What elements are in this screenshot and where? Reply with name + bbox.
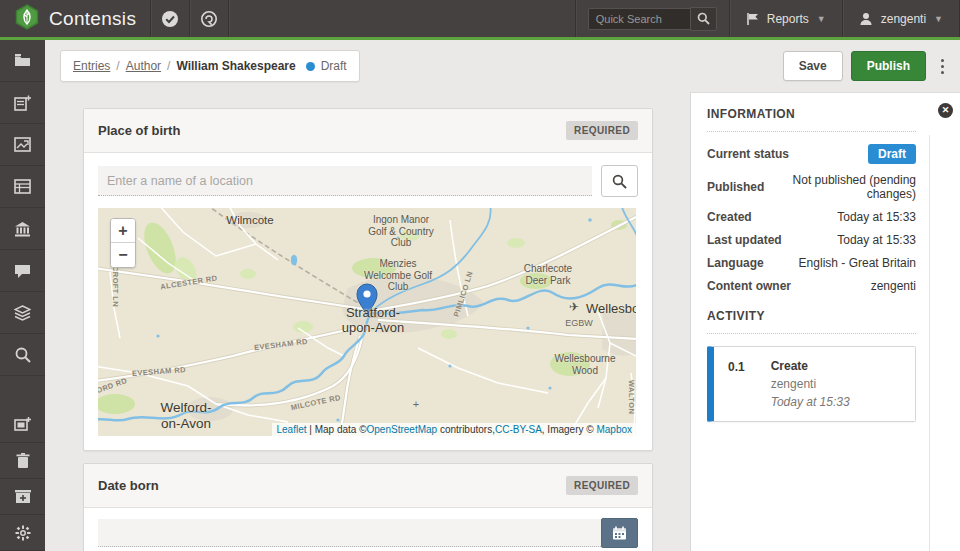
zoom-out-button[interactable]: − bbox=[111, 243, 135, 267]
info-row-published: Published Not published (pending changes… bbox=[707, 173, 916, 201]
info-value: Today at 15:33 bbox=[837, 210, 916, 224]
breadcrumb-author-link[interactable]: Author bbox=[126, 59, 161, 73]
entry-header: Entries / Author / William Shakespeare D… bbox=[45, 40, 960, 92]
brand[interactable]: Contensis bbox=[0, 0, 150, 37]
info-value: zengenti bbox=[871, 279, 916, 293]
save-button[interactable]: Save bbox=[783, 51, 843, 81]
place-of-birth-header: Place of birth REQUIRED bbox=[84, 109, 652, 153]
sidebar-item-search[interactable] bbox=[0, 334, 45, 376]
map-label-wellesbourne: Wellesbou bbox=[586, 302, 636, 317]
info-sidebar-content: INFORMATION Current status Draft Publish… bbox=[691, 93, 960, 422]
activity-time: Today at 15:33 bbox=[771, 395, 850, 409]
sidebar-item-settings[interactable] bbox=[0, 515, 45, 551]
spiral-circle-icon[interactable] bbox=[190, 0, 228, 37]
chevron-down-icon: ▼ bbox=[817, 14, 826, 24]
quick-search bbox=[576, 0, 729, 37]
close-icon[interactable]: ✕ bbox=[938, 103, 953, 118]
chevron-down-icon: ▼ bbox=[934, 14, 943, 24]
map-label-menzies-golf: Menzies Welcombe Golf Club bbox=[364, 258, 432, 293]
map-label-walton: WALTON bbox=[626, 380, 635, 414]
location-search-input[interactable] bbox=[98, 166, 592, 196]
table-icon bbox=[14, 179, 31, 194]
sidebar-item-projects[interactable] bbox=[0, 407, 45, 443]
info-row-content-owner: Content owner zengenti bbox=[707, 279, 916, 293]
topbar-divider bbox=[228, 0, 229, 37]
sidebar-item-archive[interactable] bbox=[0, 479, 45, 515]
attribution-text: contributors, bbox=[437, 424, 495, 435]
sidebar-item-new-content[interactable] bbox=[0, 82, 45, 124]
location-search-row bbox=[98, 165, 638, 197]
leaflet-link[interactable]: Leaflet bbox=[276, 424, 306, 435]
bank-icon bbox=[14, 221, 31, 237]
info-row-created: Created Today at 15:33 bbox=[707, 210, 916, 224]
divider bbox=[707, 333, 916, 334]
map-label-welford: Welford- on-Avon bbox=[161, 400, 212, 431]
sidebar-spacer bbox=[0, 376, 45, 407]
draft-status-badge: Draft bbox=[868, 144, 916, 164]
osm-link[interactable]: OpenStreetMap bbox=[367, 424, 438, 435]
content-region: Entries / Author / William Shakespeare D… bbox=[45, 40, 960, 551]
quick-search-input[interactable] bbox=[588, 8, 690, 30]
activity-details: Create zengenti Today at 15:33 bbox=[771, 359, 850, 409]
date-row bbox=[98, 518, 638, 548]
date-born-input[interactable] bbox=[98, 519, 601, 547]
sidebar-rail bbox=[929, 135, 930, 551]
status-text: Draft bbox=[321, 59, 347, 73]
activity-entry[interactable]: 0.1 Create zengenti Today at 15:33 bbox=[707, 346, 916, 422]
info-label: Created bbox=[707, 210, 752, 224]
activity-user: zengenti bbox=[771, 377, 850, 391]
user-icon bbox=[859, 12, 873, 26]
map-label-croft-ln: CROFT LN bbox=[110, 266, 119, 307]
calendar-icon bbox=[612, 526, 627, 540]
publish-button[interactable]: Publish bbox=[851, 51, 926, 81]
sidebar-item-site[interactable] bbox=[0, 208, 45, 250]
activity-action: Create bbox=[771, 359, 850, 373]
map[interactable]: Wilmcote ALCESTER RD CROFT LN Ingon Mano… bbox=[98, 208, 636, 436]
required-badge: REQUIRED bbox=[566, 476, 638, 495]
info-label: Language bbox=[707, 256, 764, 270]
flag-icon bbox=[746, 12, 759, 26]
gear-icon bbox=[15, 525, 31, 541]
sidebar-item-layers[interactable] bbox=[0, 292, 45, 334]
breadcrumb-entries-link[interactable]: Entries bbox=[73, 59, 110, 73]
location-search-button[interactable] bbox=[601, 165, 638, 197]
info-label: Last updated bbox=[707, 233, 782, 247]
map-label-charlecote: Charlecote Deer Park bbox=[524, 263, 572, 286]
map-label-cross: + bbox=[413, 398, 419, 411]
topbar-right: Reports ▼ zengenti ▼ bbox=[575, 0, 960, 37]
entry-form: Place of birth REQUIRED bbox=[83, 108, 653, 551]
map-zoom-control: + − bbox=[110, 218, 136, 268]
info-label: Current status bbox=[707, 147, 789, 161]
screen-add-icon bbox=[14, 417, 31, 432]
sidebar-item-forms[interactable] bbox=[0, 166, 45, 208]
sidebar-item-entries[interactable] bbox=[0, 40, 45, 82]
date-born-body bbox=[84, 508, 652, 551]
info-sidebar: ✕ INFORMATION Current status Draft Publi… bbox=[690, 92, 960, 551]
user-menu[interactable]: zengenti ▼ bbox=[843, 0, 959, 37]
search-icon bbox=[15, 347, 31, 363]
layers-icon bbox=[14, 305, 31, 321]
info-value: Not published (pending changes) bbox=[764, 173, 916, 201]
more-options-icon[interactable] bbox=[934, 53, 950, 79]
info-row-current-status: Current status Draft bbox=[707, 144, 916, 164]
calendar-button[interactable] bbox=[601, 518, 638, 548]
attribution-text: , Imagery © bbox=[542, 424, 597, 435]
quick-search-button[interactable] bbox=[690, 7, 717, 31]
info-row-language: Language English - Great Britain bbox=[707, 256, 916, 270]
zoom-in-button[interactable]: + bbox=[111, 219, 135, 243]
sidebar-item-media[interactable] bbox=[0, 124, 45, 166]
information-title: INFORMATION bbox=[707, 107, 916, 121]
search-icon bbox=[612, 174, 627, 189]
breadcrumb-separator: / bbox=[167, 59, 170, 73]
sidebar-item-comments[interactable] bbox=[0, 250, 45, 292]
place-of-birth-body: Wilmcote ALCESTER RD CROFT LN Ingon Mano… bbox=[84, 153, 652, 450]
info-label: Content owner bbox=[707, 279, 791, 293]
cc-link[interactable]: CC-BY-SA bbox=[495, 424, 542, 435]
map-label-wellesbourne-wood: Wellesbourne Wood bbox=[555, 353, 616, 376]
sidebar-item-trash[interactable] bbox=[0, 443, 45, 479]
check-circle-icon[interactable] bbox=[151, 0, 189, 37]
info-value: English - Great Britain bbox=[799, 256, 916, 270]
mapbox-link[interactable]: Mapbox bbox=[596, 424, 632, 435]
info-value: Today at 15:33 bbox=[837, 233, 916, 247]
reports-menu[interactable]: Reports ▼ bbox=[730, 0, 842, 37]
